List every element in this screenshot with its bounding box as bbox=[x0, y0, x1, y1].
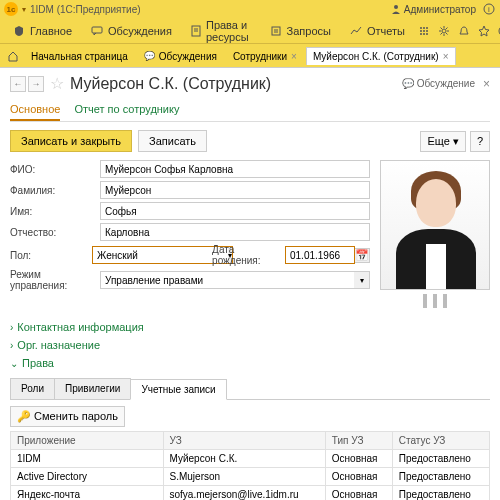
section-rights[interactable]: Права bbox=[10, 354, 490, 372]
content: ← → ☆ Муйерсон С.К. (Сотрудник) 💬Обсужде… bbox=[0, 68, 500, 500]
col-app[interactable]: Приложение bbox=[11, 432, 164, 450]
more-label: Еще bbox=[427, 135, 449, 147]
svg-text:i: i bbox=[488, 5, 490, 14]
chevron-down-icon[interactable]: ▾ bbox=[354, 271, 370, 289]
col-status[interactable]: Статус УЗ bbox=[392, 432, 489, 450]
history-icon[interactable] bbox=[495, 22, 500, 40]
svg-point-17 bbox=[423, 33, 425, 35]
menu-rights[interactable]: Права и ресурсы bbox=[182, 16, 259, 46]
list-icon bbox=[269, 24, 283, 38]
help-button[interactable]: ? bbox=[470, 131, 490, 152]
tab-employees-label: Сотрудники bbox=[233, 51, 287, 62]
svg-rect-7 bbox=[272, 27, 280, 35]
svg-point-14 bbox=[423, 30, 425, 32]
close-icon[interactable]: × bbox=[443, 51, 449, 62]
dob-label: Дата рождения: bbox=[212, 244, 279, 266]
change-password-button[interactable]: 🔑 Сменить пароль bbox=[10, 406, 125, 427]
tab-privs[interactable]: Привилегии bbox=[54, 378, 131, 399]
tab-employee-card-label: Муйерсон С.К. (Сотрудник) bbox=[313, 51, 439, 62]
cell-app: 1IDM bbox=[11, 450, 164, 468]
section-org[interactable]: Орг. назначение bbox=[10, 336, 490, 354]
firstname-field[interactable] bbox=[100, 202, 370, 220]
change-password-label: Сменить пароль bbox=[34, 410, 118, 422]
cell-status: Предоставлено bbox=[392, 486, 489, 501]
dob-field[interactable] bbox=[285, 246, 355, 264]
cell-uz: S.Mujerson bbox=[163, 468, 325, 486]
apps-icon[interactable] bbox=[415, 22, 433, 40]
subtabs: Основное Отчет по сотруднику bbox=[10, 99, 490, 122]
close-icon[interactable]: × bbox=[291, 51, 297, 62]
close-icon[interactable]: × bbox=[483, 77, 490, 91]
menu-discuss[interactable]: Обсуждения bbox=[82, 21, 180, 41]
chat-icon: 💬 bbox=[144, 51, 155, 61]
lastname-label: Фамилия: bbox=[10, 185, 100, 196]
save-close-button[interactable]: Записать и закрыть bbox=[10, 130, 132, 152]
table-row[interactable]: Яндекс-почтаsofya.mejerson@live.1idm.ruО… bbox=[11, 486, 490, 501]
mode-field[interactable] bbox=[100, 271, 354, 289]
col-uz[interactable]: УЗ bbox=[163, 432, 325, 450]
tab-roles[interactable]: Роли bbox=[10, 378, 55, 399]
doc-icon bbox=[190, 24, 202, 38]
svg-point-16 bbox=[420, 33, 422, 35]
app-dropdown-icon[interactable]: ▾ bbox=[22, 5, 26, 14]
subtab-report[interactable]: Отчет по сотруднику bbox=[74, 99, 179, 121]
gender-label: Пол: bbox=[10, 250, 92, 261]
tab-discuss[interactable]: 💬Обсуждения bbox=[137, 47, 224, 65]
info-icon[interactable]: i bbox=[482, 2, 496, 16]
nav-back[interactable]: ← bbox=[10, 76, 26, 92]
patronymic-label: Отчество: bbox=[10, 227, 100, 238]
user-name: Администратор bbox=[404, 4, 476, 15]
table-row[interactable]: 1IDMМуйерсон С.К.ОсновнаяПредоставлено bbox=[11, 450, 490, 468]
svg-point-10 bbox=[420, 27, 422, 29]
section-contact[interactable]: Контактная информация bbox=[10, 318, 490, 336]
gear-icon[interactable] bbox=[435, 22, 453, 40]
photo-controls[interactable] bbox=[380, 294, 490, 308]
tab-employee-card[interactable]: Муйерсон С.К. (Сотрудник)× bbox=[306, 47, 456, 65]
star-icon[interactable] bbox=[475, 22, 493, 40]
shield-icon bbox=[12, 24, 26, 38]
subtab-main[interactable]: Основное bbox=[10, 99, 60, 121]
more-button[interactable]: Еще ▾ bbox=[420, 131, 465, 152]
fio-field[interactable] bbox=[100, 160, 370, 178]
menu-main[interactable]: Главное bbox=[4, 21, 80, 41]
employee-photo[interactable] bbox=[380, 160, 490, 290]
svg-point-15 bbox=[426, 30, 428, 32]
tab-home[interactable]: Начальная страница bbox=[24, 47, 135, 65]
app-name: 1IDM bbox=[30, 4, 54, 15]
app-logo: 1c bbox=[4, 2, 18, 16]
menu-requests[interactable]: Запросы bbox=[261, 21, 339, 41]
mode-label: Режим управления: bbox=[10, 269, 100, 291]
cell-type: Основная bbox=[325, 486, 392, 501]
save-button[interactable]: Записать bbox=[138, 130, 207, 152]
discuss-label: Обсуждение bbox=[417, 78, 475, 89]
gender-field[interactable] bbox=[92, 246, 228, 264]
page-title: Муйерсон С.К. (Сотрудник) bbox=[70, 75, 271, 93]
cell-app: Яндекс-почта bbox=[11, 486, 164, 501]
lastname-field[interactable] bbox=[100, 181, 370, 199]
svg-point-0 bbox=[394, 5, 398, 9]
menu-requests-label: Запросы bbox=[287, 25, 331, 37]
table-row[interactable]: Active DirectoryS.MujersonОсновнаяПредос… bbox=[11, 468, 490, 486]
nav-forward[interactable]: → bbox=[28, 76, 44, 92]
svg-point-13 bbox=[420, 30, 422, 32]
user-menu[interactable]: Администратор bbox=[391, 4, 476, 15]
tab-accounts[interactable]: Учетные записи bbox=[130, 379, 226, 400]
firstname-label: Имя: bbox=[10, 206, 100, 217]
chat-icon bbox=[90, 24, 104, 38]
user-icon bbox=[391, 4, 401, 14]
calendar-icon[interactable]: 📅 bbox=[355, 248, 370, 263]
patronymic-field[interactable] bbox=[100, 223, 370, 241]
menu-reports[interactable]: Отчеты bbox=[341, 21, 413, 41]
menu-reports-label: Отчеты bbox=[367, 25, 405, 37]
cell-status: Предоставлено bbox=[392, 468, 489, 486]
svg-point-12 bbox=[426, 27, 428, 29]
svg-point-19 bbox=[442, 29, 446, 33]
cell-uz: Муйерсон С.К. bbox=[163, 450, 325, 468]
bell-icon[interactable] bbox=[455, 22, 473, 40]
home-icon[interactable] bbox=[4, 47, 22, 65]
favorite-star-icon[interactable]: ☆ bbox=[50, 74, 64, 93]
col-type[interactable]: Тип УЗ bbox=[325, 432, 392, 450]
discuss-link[interactable]: 💬Обсуждение bbox=[402, 78, 475, 89]
tab-employees[interactable]: Сотрудники× bbox=[226, 47, 304, 65]
menu-discuss-label: Обсуждения bbox=[108, 25, 172, 37]
